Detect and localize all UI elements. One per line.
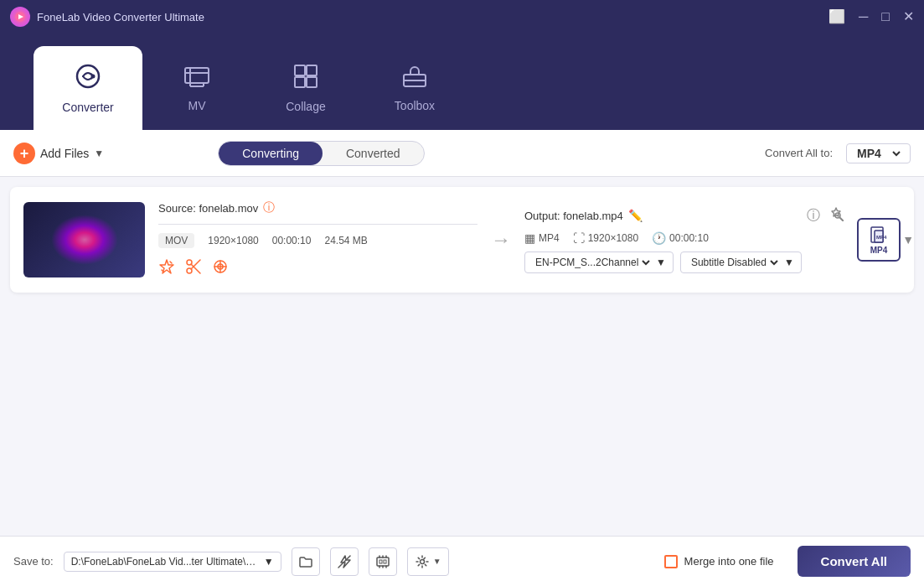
svg-rect-30 (377, 557, 389, 566)
file-size: 24.54 MB (324, 235, 367, 246)
svg-line-18 (191, 260, 200, 269)
gpu-button[interactable] (369, 547, 397, 576)
svg-line-19 (191, 264, 200, 273)
audio-chevron-icon: ▼ (656, 257, 666, 268)
output-format-item: ▦ MP4 (524, 231, 560, 245)
file-meta: MOV 1920×1080 00:00:10 24.54 MB (158, 233, 477, 248)
merge-checkbox[interactable] (664, 555, 678, 568)
open-folder-button[interactable] (292, 547, 320, 576)
thumb-splash (51, 215, 118, 265)
output-icons-right: ⓘ (807, 206, 844, 225)
nav-tab-mv[interactable]: MV (142, 46, 251, 130)
app-icon (10, 7, 30, 27)
svg-rect-12 (295, 77, 305, 87)
caption-btn-maximize[interactable]: □ (881, 10, 890, 23)
app-title: FoneLab Video Converter Ultimate (37, 11, 204, 23)
subtitle-chevron-icon: ▼ (784, 257, 794, 268)
output-dropdowns: EN-PCM_S...2Channel ▼ Subtitle Disabled … (524, 252, 844, 273)
arrow-icon: → (491, 228, 511, 252)
add-files-button[interactable]: + Add Files ▼ (13, 143, 104, 164)
bottom-bar: Save to: D:\FoneLab\FoneLab Vid...ter Ul… (0, 536, 924, 586)
file-resolution: 1920×1080 (208, 235, 258, 246)
file-actions (158, 258, 477, 279)
converter-icon (75, 63, 101, 96)
nav-tab-converter-label: Converter (62, 101, 113, 114)
collage-icon (293, 64, 318, 95)
svg-rect-4 (185, 68, 209, 83)
nav-bar: Converter MV Collage (0, 34, 924, 130)
add-files-arrow-icon: ▼ (94, 148, 104, 159)
format-thumb[interactable]: MP4 MP4 (857, 218, 901, 262)
add-files-circle: + (13, 143, 35, 164)
svg-point-39 (420, 559, 424, 563)
output-format: MP4 (539, 232, 560, 244)
convert-all-button[interactable]: Convert All (798, 546, 911, 577)
enhance-button[interactable] (158, 258, 175, 279)
subtitle-select[interactable]: Subtitle Disabled (688, 256, 781, 269)
info-icon[interactable]: ⓘ (263, 200, 275, 215)
svg-text:MP4: MP4 (876, 235, 887, 240)
add-files-label: Add Files (40, 147, 89, 160)
output-info-button[interactable]: ⓘ (807, 207, 820, 225)
svg-rect-10 (295, 65, 305, 75)
output-resolution-item: ⛶ 1920×1080 (573, 231, 638, 245)
file-item: Source: fonelab.mov ⓘ MOV 1920×1080 00:0… (10, 187, 914, 293)
nav-tab-mv-label: MV (188, 99, 206, 112)
sub-tab-converting[interactable]: Converting (219, 142, 323, 165)
nav-tab-collage[interactable]: Collage (251, 46, 360, 130)
settings-button[interactable]: ▼ (407, 547, 449, 576)
nav-tab-collage-label: Collage (286, 100, 325, 113)
format-thumb-expand-button[interactable]: ▼ (902, 233, 914, 246)
toolbox-icon (402, 65, 427, 94)
toolbar: + Add Files ▼ Converting Converted Conve… (0, 130, 924, 177)
format-thumb-wrap: MP4 MP4 ▼ (857, 218, 901, 262)
file-list: Source: fonelab.mov ⓘ MOV 1920×1080 00:0… (0, 177, 924, 536)
svg-rect-32 (384, 560, 386, 563)
file-format-badge: MOV (158, 233, 194, 248)
svg-rect-31 (379, 560, 382, 563)
file-info-left: Source: fonelab.mov ⓘ MOV 1920×1080 00:0… (158, 200, 477, 279)
svg-point-2 (77, 65, 99, 87)
format-select-wrap[interactable]: MP4 MKV AVI MOV WMV (846, 143, 911, 163)
file-output-right: Output: fonelab.mp4 ✏️ ⓘ (524, 206, 844, 273)
audio-select[interactable]: EN-PCM_S...2Channel (532, 256, 653, 269)
title-bar-controls: ⬜ ─ □ ✕ (829, 10, 914, 23)
output-meta-row: ▦ MP4 ⛶ 1920×1080 🕐 00:00:10 (524, 231, 844, 245)
audio-dropdown[interactable]: EN-PCM_S...2Channel ▼ (524, 252, 674, 273)
edit-output-icon[interactable]: ✏️ (628, 209, 643, 222)
flash-off-button[interactable] (330, 547, 359, 576)
save-path-chevron-icon: ▼ (264, 556, 274, 568)
caption-btn-chat[interactable]: ⬜ (829, 10, 845, 23)
output-resolution: 1920×1080 (588, 232, 638, 244)
convert-all-to-label: Convert All to: (765, 147, 833, 159)
format-thumb-label: MP4 (870, 246, 888, 255)
file-thumbnail (23, 202, 145, 277)
save-path-text: D:\FoneLab\FoneLab Vid...ter Ultimate\Co… (71, 556, 259, 568)
sub-tab-group: Converting Converted (218, 141, 424, 166)
output-settings-button[interactable] (829, 206, 844, 225)
nav-tab-toolbox[interactable]: Toolbox (360, 46, 469, 130)
caption-btn-minimize[interactable]: ─ (859, 10, 868, 23)
main-area: + Add Files ▼ Converting Converted Conve… (0, 130, 924, 536)
file-source-row: Source: fonelab.mov ⓘ (158, 200, 477, 215)
file-source-label: Source: fonelab.mov (158, 202, 258, 215)
subtitle-dropdown[interactable]: Subtitle Disabled ▼ (680, 252, 802, 273)
output-duration: 00:00:10 (669, 232, 709, 244)
cut-button[interactable] (185, 258, 202, 279)
svg-rect-13 (307, 77, 317, 87)
nav-tab-converter[interactable]: Converter (34, 46, 142, 130)
svg-rect-11 (307, 65, 317, 75)
mv-icon (183, 65, 210, 94)
nav-tab-toolbox-label: Toolbox (395, 99, 435, 112)
resolution-icon: ⛶ (573, 231, 585, 245)
output-duration-item: 🕐 00:00:10 (652, 231, 709, 245)
save-path-select[interactable]: D:\FoneLab\FoneLab Vid...ter Ultimate\Co… (64, 552, 281, 572)
caption-btn-close[interactable]: ✕ (903, 10, 914, 23)
title-bar-left: FoneLab Video Converter Ultimate (10, 7, 204, 27)
file-duration: 00:00:10 (272, 235, 312, 246)
merge-row: Merge into one file (664, 555, 774, 568)
effects-button[interactable] (212, 258, 229, 279)
save-to-label: Save to: (13, 555, 54, 568)
sub-tab-converted[interactable]: Converted (323, 142, 424, 165)
format-select[interactable]: MP4 MKV AVI MOV WMV (854, 146, 903, 161)
